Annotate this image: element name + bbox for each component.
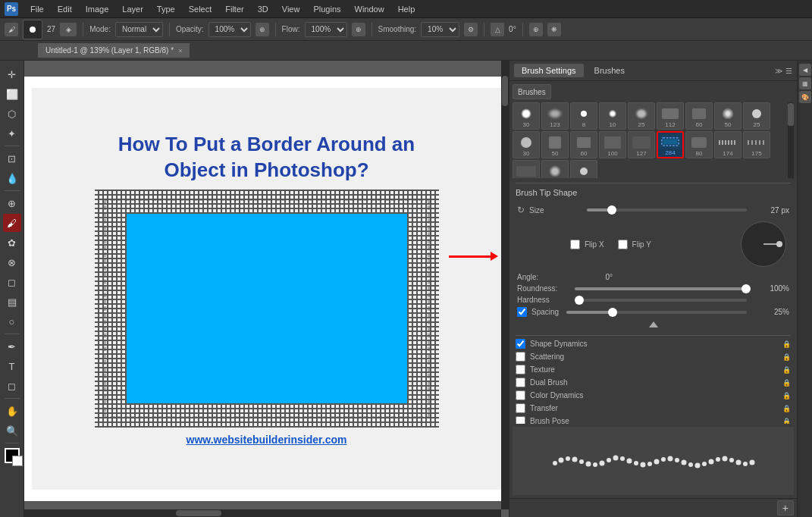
menu-3d[interactable]: 3D <box>255 3 271 15</box>
healing-brush-tool[interactable]: ⊕ <box>3 194 21 212</box>
mode-dropdown[interactable]: Normal <box>115 22 163 37</box>
preset-175[interactable]: 175 <box>743 131 770 158</box>
preset-16[interactable]: 16 <box>570 160 597 178</box>
collapse-panel-icon[interactable]: ◀ <box>799 64 811 76</box>
color-panel-icon[interactable]: 🎨 <box>799 91 811 103</box>
presets-scrollbar[interactable] <box>788 102 794 178</box>
lasso-tool[interactable]: ⬡ <box>3 105 21 123</box>
brush-tip-shape-header[interactable]: Brush Tip Shape <box>509 185 797 200</box>
canvas-scroll-vertical[interactable] <box>501 61 509 509</box>
shape-tool[interactable]: ◻ <box>3 377 21 395</box>
color-dynamics-lock-icon[interactable]: 🔒 <box>782 391 791 400</box>
menu-image[interactable]: Image <box>83 3 112 15</box>
preset-127[interactable]: 127 <box>628 131 655 158</box>
preset-174[interactable]: 174 <box>714 131 741 158</box>
preset-50b[interactable]: 50 <box>541 131 569 158</box>
pressure-opacity-icon[interactable]: ⊕ <box>256 23 269 36</box>
menu-help[interactable]: Help <box>395 3 419 15</box>
menu-type[interactable]: Type <box>154 3 178 15</box>
brush-preview-btn[interactable] <box>23 20 42 39</box>
preset-25[interactable]: 25 <box>628 102 655 130</box>
hardness-slider[interactable] <box>575 299 747 302</box>
tab-brushes[interactable]: Brushes <box>587 64 632 77</box>
document-tab[interactable]: Untitled-1 @ 139% (Layer 1, RGB/8) * × <box>38 43 190 58</box>
canvas-scroll-horizontal[interactable] <box>24 509 501 517</box>
texture-label[interactable]: Texture <box>530 365 777 374</box>
preset-60[interactable]: 60 <box>685 102 713 130</box>
pressure-smoothing-icon[interactable]: ⊕ <box>529 23 543 36</box>
panel-menu-icon[interactable]: ≫ <box>775 67 782 75</box>
tab-brush-settings[interactable]: Brush Settings <box>514 64 584 77</box>
roundness-slider[interactable] <box>575 287 747 290</box>
preset-25b[interactable]: 25 <box>743 102 770 130</box>
zoom-tool[interactable]: 🔍 <box>3 421 21 440</box>
foreground-color-swatch[interactable] <box>5 448 20 463</box>
flow-pressure-icon[interactable]: ⊕ <box>352 23 365 36</box>
transfer-lock-icon[interactable]: 🔒 <box>782 404 791 413</box>
brush-pose-lock-icon[interactable]: 🔒 <box>782 417 791 425</box>
preset-123[interactable]: 123 <box>541 102 569 130</box>
menu-edit[interactable]: Edit <box>55 3 75 15</box>
smoothing-dropdown[interactable]: 10% <box>421 22 459 37</box>
preset-60b[interactable]: 60 <box>570 131 597 158</box>
layer-panel-icon[interactable]: ▦ <box>799 77 811 89</box>
crop-tool[interactable]: ⊡ <box>3 149 21 168</box>
preset-100[interactable]: 100 <box>599 131 626 158</box>
spacing-checkbox[interactable] <box>517 307 527 317</box>
tab-close-btn[interactable]: × <box>178 47 182 55</box>
menu-filter[interactable]: Filter <box>222 3 246 15</box>
flow-dropdown[interactable]: 100% <box>305 22 347 37</box>
menu-select[interactable]: Select <box>186 3 215 15</box>
gradient-tool[interactable]: ▤ <box>3 293 21 311</box>
preset-112[interactable]: 112 <box>657 102 684 130</box>
text-tool[interactable]: T <box>3 357 21 375</box>
clone-stamp-tool[interactable]: ✿ <box>3 233 21 252</box>
preset-8[interactable]: 8 <box>570 102 597 130</box>
history-brush-tool[interactable]: ⊗ <box>3 253 21 271</box>
dual-brush-lock-icon[interactable]: 🔒 <box>782 378 791 387</box>
shape-dynamics-lock-icon[interactable]: 🔒 <box>782 340 791 349</box>
spacing-up-arrow[interactable] <box>649 321 658 327</box>
menu-plugins[interactable]: Plugins <box>310 3 343 15</box>
scattering-lock-icon[interactable]: 🔒 <box>782 352 791 362</box>
brushes-button[interactable]: Brushes <box>513 84 551 99</box>
menu-layer[interactable]: Layer <box>119 3 146 15</box>
add-brush-button[interactable]: + <box>777 500 794 515</box>
texture-checkbox[interactable] <box>516 365 525 374</box>
size-slider-container[interactable] <box>587 208 747 212</box>
preset-50a[interactable]: 50 <box>714 102 741 130</box>
preset-284-highlighted[interactable]: 284 <box>657 131 684 158</box>
preset-30[interactable]: 30 <box>513 102 540 130</box>
flip-y-checkbox[interactable] <box>618 240 628 249</box>
flip-y-label[interactable]: Flip Y <box>618 240 651 249</box>
color-dynamics-label[interactable]: Color Dynamics <box>530 391 777 400</box>
color-dynamics-checkbox[interactable] <box>516 390 525 400</box>
spacing-slider[interactable] <box>566 311 747 314</box>
canvas-area[interactable]: How To Put a Border Around an Object in … <box>24 61 509 517</box>
eraser-tool[interactable]: ◻ <box>3 273 21 291</box>
transfer-label[interactable]: Transfer <box>530 404 777 412</box>
pen-tool[interactable]: ✒ <box>3 337 21 356</box>
texture-lock-icon[interactable]: 🔒 <box>782 365 791 374</box>
brush-tool[interactable]: 🖌 <box>3 214 21 232</box>
dual-brush-checkbox[interactable] <box>516 378 525 387</box>
smoothing-settings-icon[interactable]: ⚙ <box>464 23 478 36</box>
menu-file[interactable]: File <box>27 3 47 15</box>
flip-x-checkbox[interactable] <box>570 240 580 249</box>
angle-widget[interactable] <box>741 221 786 267</box>
dodge-tool[interactable]: ○ <box>3 312 21 331</box>
preset-80[interactable]: 80 <box>685 131 713 158</box>
magic-wand-tool[interactable]: ✦ <box>3 124 21 143</box>
panel-options-icon[interactable]: ☰ <box>785 67 792 75</box>
eyedropper-tool[interactable]: 💧 <box>3 169 21 187</box>
select-rect-tool[interactable]: ⬜ <box>3 85 21 103</box>
menu-window[interactable]: Window <box>352 3 387 15</box>
move-tool[interactable]: ✛ <box>3 65 21 83</box>
size-refresh-icon[interactable]: ↻ <box>517 205 525 215</box>
brush-pose-label[interactable]: Brush Pose <box>530 417 777 424</box>
dual-brush-label[interactable]: Dual Brush <box>530 378 777 387</box>
preset-10[interactable]: 10 <box>599 102 626 130</box>
transfer-checkbox[interactable] <box>516 403 525 413</box>
brush-pose-checkbox[interactable] <box>516 416 525 424</box>
shape-dynamics-label[interactable]: Shape Dynamics <box>530 340 777 348</box>
